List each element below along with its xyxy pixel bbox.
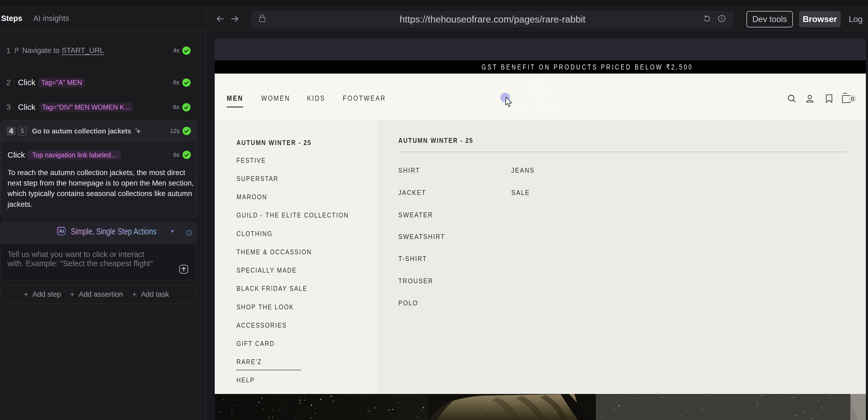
- svg-text:R: R: [524, 89, 528, 93]
- svg-text:R: R: [546, 89, 549, 93]
